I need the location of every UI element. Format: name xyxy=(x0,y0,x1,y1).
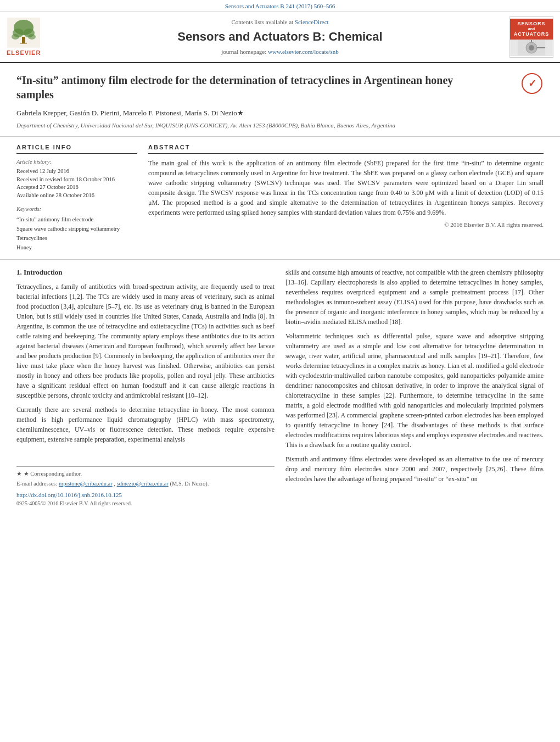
svg-rect-7 xyxy=(20,43,27,44)
main-body: 1. Introduction Tetracyclines, a family … xyxy=(0,260,560,515)
svg-point-6 xyxy=(28,34,36,40)
star-icon: ★ xyxy=(16,471,22,477)
intro-paragraph-2: Currently there are several methods to d… xyxy=(16,405,275,444)
intro-paragraph-3: skills and consume high amounts of react… xyxy=(285,267,544,327)
footnote-area: ★ ★ Corresponding author. E-mail address… xyxy=(16,466,275,507)
authors-list: Gabriela Krepper, Gastón D. Pierini, Mar… xyxy=(16,108,544,118)
abstract-heading: ABSTRACT xyxy=(148,143,544,154)
corresponding-author-note: ★ ★ Corresponding author. xyxy=(16,470,275,478)
crossmark-icon: ✓ xyxy=(522,73,542,94)
citation-bar: Sensors and Actuators B 241 (2017) 560–5… xyxy=(0,0,560,12)
sensors-graphic-icon xyxy=(518,40,545,55)
body-left-column: 1. Introduction Tetracyclines, a family … xyxy=(16,267,275,507)
homepage-url[interactable]: www.elsevier.com/locate/snb xyxy=(268,48,339,55)
journal-title: Sensors and Actuators B: Chemical xyxy=(177,29,382,46)
svg-rect-4 xyxy=(22,37,25,43)
article-info-panel: ARTICLE INFO Article history: Received 1… xyxy=(16,143,137,253)
article-info-heading: ARTICLE INFO xyxy=(16,143,137,154)
keywords-label: Keywords: xyxy=(16,205,137,214)
affiliation-text: Department of Chemistry, Universidad Nac… xyxy=(16,121,544,130)
article-title-section: ✓ “In-situ” antimony film electrode for … xyxy=(0,63,560,137)
and-text: and xyxy=(511,27,552,31)
actuators-text: ACTUATORS xyxy=(511,31,552,37)
abstract-copyright: © 2016 Elsevier B.V. All rights reserved… xyxy=(148,221,544,229)
sensors-text: SENSORS xyxy=(511,21,552,27)
keyword-4: Honey xyxy=(16,243,137,253)
history-label: Article history: xyxy=(16,158,137,166)
homepage-label: journal homepage: xyxy=(221,48,266,55)
abstract-panel: ABSTRACT The main goal of this work is t… xyxy=(148,143,544,253)
available-date: Available online 28 October 2016 xyxy=(16,192,137,200)
intro-paragraph-5: Bismuth and antimony films electrodes we… xyxy=(285,454,544,484)
email-1-link[interactable]: mpistone@criba.edu.ar xyxy=(59,481,113,487)
doi-link[interactable]: http://dx.doi.org/10.1016/j.snb.2016.10.… xyxy=(16,491,275,499)
sensors-logo-area: SENSORS and ACTUATORS xyxy=(504,16,553,58)
email-suffix: (M.S. Di Nezio). xyxy=(170,481,209,487)
doi-anchor[interactable]: http://dx.doi.org/10.1016/j.snb.2016.10.… xyxy=(16,492,122,498)
received-revised-date: Received in revised form 18 October 2016 xyxy=(16,176,137,184)
corresponding-label: ★ Corresponding author. xyxy=(24,471,82,477)
info-abstract-section: ARTICLE INFO Article history: Received 1… xyxy=(0,137,560,260)
journal-homepage: journal homepage: www.elsevier.com/locat… xyxy=(221,48,339,56)
science-direct-link[interactable]: ScienceDirect xyxy=(295,19,329,25)
elsevier-wordmark: ELSEVIER xyxy=(7,49,41,57)
email-2-link[interactable]: sdinezio@criba.edu.ar xyxy=(117,481,169,487)
sensors-logo-image xyxy=(510,40,553,56)
elsevier-logo: ELSEVIER xyxy=(7,18,41,57)
body-right-column: skills and consume high amounts of react… xyxy=(285,267,544,507)
sensors-actuators-logo: SENSORS and ACTUATORS xyxy=(509,16,553,58)
introduction-heading: 1. Introduction xyxy=(16,267,275,277)
accepted-date: Accepted 27 October 2016 xyxy=(16,183,137,192)
svg-point-5 xyxy=(12,34,19,40)
keyword-1: “In-situ” antimony film electrode xyxy=(16,215,137,225)
email-label: E-mail addresses: xyxy=(16,481,57,487)
contents-line: Contents lists available at ScienceDirec… xyxy=(231,18,328,26)
email-sep: , xyxy=(114,481,115,487)
section-title-text: Introduction xyxy=(24,268,63,276)
intro-paragraph-4: Voltammetric techniques such as differen… xyxy=(285,331,544,450)
journal-header: ELSEVIER Contents lists available at Sci… xyxy=(0,12,560,63)
svg-point-10 xyxy=(529,45,534,51)
intro-paragraph-1: Tetracyclines, a family of antibiotics w… xyxy=(16,282,275,400)
keyword-3: Tetracyclines xyxy=(16,234,137,243)
keywords-group: Keywords: “In-situ” antimony film electr… xyxy=(16,205,137,253)
citation-text: Sensors and Actuators B 241 (2017) 560–5… xyxy=(225,3,335,9)
history-group: Article history: Received 12 July 2016 R… xyxy=(16,158,137,199)
rights-text: 0925-4005/© 2016 Elsevier B.V. All right… xyxy=(16,500,275,507)
elsevier-logo-area: ELSEVIER xyxy=(7,16,56,58)
contents-label: Contents lists available at xyxy=(231,19,293,25)
journal-info-center: Contents lists available at ScienceDirec… xyxy=(61,16,499,58)
section-number: 1. xyxy=(16,268,22,276)
received-date: Received 12 July 2016 xyxy=(16,168,137,176)
email-note: E-mail addresses: mpistone@criba.edu.ar … xyxy=(16,480,275,488)
keyword-2: Square wave cathodic stripping voltammet… xyxy=(16,225,137,234)
sensors-logo-top: SENSORS and ACTUATORS xyxy=(510,19,553,40)
abstract-text: The main goal of this work is the applic… xyxy=(148,158,544,217)
elsevier-tree-icon xyxy=(7,18,40,48)
crossmark-badge[interactable]: ✓ xyxy=(522,73,544,95)
article-title: “In-situ” antimony film electrode for th… xyxy=(16,73,467,102)
